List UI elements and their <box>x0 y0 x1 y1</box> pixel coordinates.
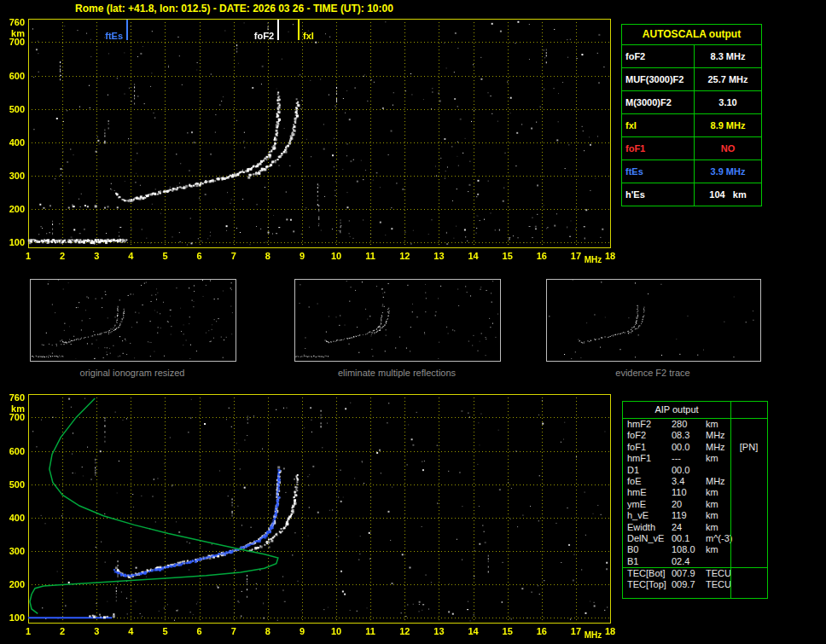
thumbnail-panel-f2-trace <box>546 279 761 362</box>
aip-row: foE 3.4 MHz <box>623 476 767 487</box>
aip-param-note <box>730 419 767 430</box>
aip-output-table: AIP output hmF2 280 km foF2 08.3 MHz foF… <box>622 401 768 599</box>
aip-param-label: B1 <box>623 556 672 567</box>
aip-row: foF1 00.0 MHz [PN] <box>623 442 767 453</box>
aip-param-unit: km <box>706 453 730 464</box>
aip-param-unit <box>706 465 730 476</box>
aip-param-value: 280 <box>672 419 706 430</box>
aip-param-label: TEC[Bot] <box>623 568 672 579</box>
aip-row: DelN_vE 00.1 m^(-3) <box>623 533 767 544</box>
autoscala-row: foF1 NO <box>622 137 761 160</box>
autoscala-param-value: 3.9 MHz <box>695 160 761 183</box>
aip-row: B1 02.4 <box>623 556 767 567</box>
autoscala-param-label: ftEs <box>622 160 695 183</box>
aip-row: TEC[Top] 009.7 TECU <box>623 579 767 590</box>
autoscala-param-value: NO <box>695 137 761 160</box>
aip-param-note <box>730 579 767 590</box>
aip-param-value: 00.1 <box>672 533 706 544</box>
aip-param-note <box>730 499 767 510</box>
aip-param-unit: TECU <box>706 568 730 579</box>
aip-param-label: DelN_vE <box>623 533 672 544</box>
aip-param-label: hmF2 <box>623 419 672 430</box>
aip-param-value: 00.0 <box>672 442 706 453</box>
aip-param-label: foF2 <box>623 430 672 441</box>
aip-param-note <box>730 453 767 464</box>
autoscala-row: MUF(3000)F2 25.7 MHz <box>622 68 761 91</box>
aip-param-note <box>730 476 767 487</box>
aip-param-unit: km <box>706 419 730 430</box>
thumbnail-original-canvas <box>31 280 234 359</box>
aip-param-unit <box>706 556 730 567</box>
aip-param-label: foE <box>623 476 672 487</box>
autoscala-param-label: h'Es <box>622 183 695 206</box>
autoscala-param-value: 104 km <box>695 183 761 206</box>
thumbnail-multiple-reflections-canvas <box>295 280 498 359</box>
autoscala-application-screen: { "title": "Rome (lat: +41.8, lon: 012.5… <box>0 0 826 644</box>
autoscala-param-label: MUF(3000)F2 <box>622 68 695 90</box>
autoscala-output-table: AUTOSCALA output foF2 8.3 MHz MUF(3000)F… <box>621 24 762 206</box>
aip-param-note <box>730 430 767 441</box>
autoscala-row: fxI 8.9 MHz <box>622 114 761 137</box>
aip-param-value: 08.3 <box>672 430 706 441</box>
aip-param-note: [PN] <box>730 442 767 453</box>
thumbnail-caption-original: original ionogram resized <box>30 368 235 378</box>
aip-row: foF2 08.3 MHz <box>623 430 767 441</box>
aip-param-unit: km <box>706 522 730 533</box>
aip-row: B0 108.0 km <box>623 544 767 555</box>
aip-param-label: hmE <box>623 487 672 498</box>
aip-param-label: B0 <box>623 544 672 555</box>
aip-param-unit: MHz <box>706 476 730 487</box>
aip-param-value: 108.0 <box>672 544 706 555</box>
aip-param-label: D1 <box>623 465 672 476</box>
autoscala-param-value: 3.10 <box>695 91 761 113</box>
thumbnail-caption-f2-trace: evidence F2 trace <box>546 368 759 378</box>
aip-param-note <box>730 568 767 579</box>
aip-param-unit: m^(-3) <box>706 533 730 544</box>
autoscala-row: M(3000)F2 3.10 <box>622 91 761 114</box>
autoscala-body: foF2 8.3 MHz MUF(3000)F2 25.7 MHz M(3000… <box>622 45 761 206</box>
aip-param-unit: km <box>706 510 730 521</box>
autoscala-row: ftEs 3.9 MHz <box>622 160 761 183</box>
autoscala-header: AUTOSCALA output <box>622 25 761 45</box>
top-ionogram-canvas <box>0 15 619 271</box>
autoscala-row: h'Es 104 km <box>622 183 761 206</box>
aip-param-label: h_vE <box>623 510 672 521</box>
aip-row: h_vE 119 km <box>623 510 767 521</box>
thumbnail-panel-multiple-reflections <box>294 279 501 362</box>
aip-param-value: 119 <box>672 510 706 521</box>
autoscala-param-label: M(3000)F2 <box>622 91 695 113</box>
station-title: Rome (lat: +41.8, lon: 012.5) - DATE: 20… <box>75 3 393 15</box>
autoscala-param-value: 8.3 MHz <box>695 45 761 67</box>
aip-param-unit: MHz <box>706 430 730 441</box>
aip-param-value: 20 <box>672 499 706 510</box>
aip-param-value: 00.0 <box>672 465 706 476</box>
aip-param-note <box>730 556 767 567</box>
autoscala-param-value: 8.9 MHz <box>695 114 761 136</box>
aip-param-value: --- <box>672 453 706 464</box>
aip-param-unit: km <box>706 487 730 498</box>
aip-param-note <box>730 544 767 555</box>
aip-tec-section: TEC[Bot] 007.9 TECU TEC[Top] 009.7 TECU <box>623 567 767 591</box>
aip-body: hmF2 280 km foF2 08.3 MHz foF1 00.0 MHz … <box>623 419 767 567</box>
autoscala-param-label: foF1 <box>622 137 695 160</box>
aip-row: hmF1 --- km <box>623 453 767 464</box>
aip-row: hmF2 280 km <box>623 419 767 430</box>
thumbnail-caption-reflections: eliminate multiple reflections <box>294 368 499 378</box>
aip-row: Ewidth 24 km <box>623 522 767 533</box>
aip-param-note <box>730 533 767 544</box>
aip-param-value: 110 <box>672 487 706 498</box>
aip-param-value: 007.9 <box>672 568 706 579</box>
aip-param-label: foF1 <box>623 442 672 453</box>
aip-header: AIP output <box>623 402 767 419</box>
autoscala-param-value: 25.7 MHz <box>695 68 761 90</box>
aip-param-unit: MHz <box>706 442 730 453</box>
aip-param-note <box>730 465 767 476</box>
aip-param-value: 24 <box>672 522 706 533</box>
aip-param-label: ymE <box>623 499 672 510</box>
bottom-ionogram-canvas <box>0 391 619 644</box>
aip-param-value: 02.4 <box>672 556 706 567</box>
thumbnail-panel-original <box>30 279 236 362</box>
thumbnail-f2-trace-canvas <box>547 280 759 359</box>
autoscala-param-label: fxI <box>622 114 695 136</box>
aip-param-value: 3.4 <box>672 476 706 487</box>
